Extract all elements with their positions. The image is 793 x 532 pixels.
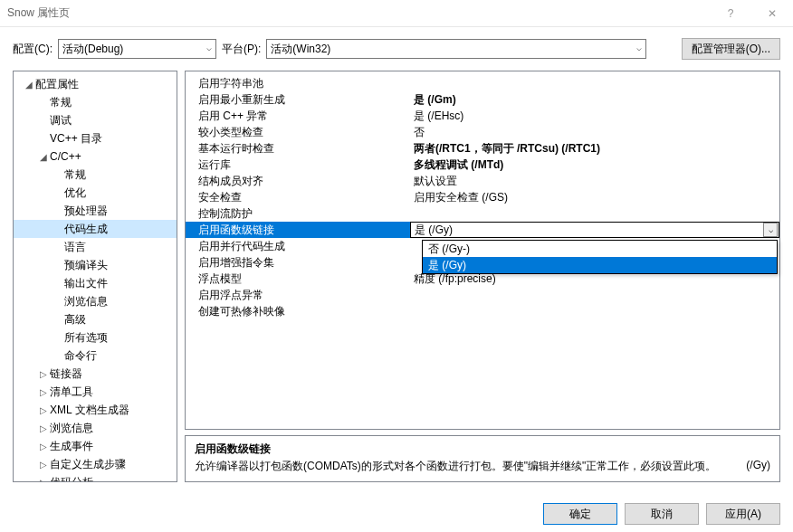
tree-item-label: 代码生成 — [64, 222, 108, 237]
property-value[interactable]: 否 — [410, 125, 779, 140]
property-row[interactable]: 基本运行时检查两者(/RTC1，等同于 /RTCsu) (/RTC1) — [186, 140, 779, 157]
property-value[interactable]: 默认设置 — [410, 174, 779, 189]
expander-closed-icon[interactable]: ▷ — [37, 369, 50, 379]
expander-open-icon[interactable]: ◢ — [37, 152, 50, 162]
tree-item[interactable]: ▷代码分析 — [14, 473, 177, 482]
expander-closed-icon[interactable]: ▷ — [37, 405, 50, 415]
config-value: 活动(Debug) — [62, 42, 123, 57]
tree-item[interactable]: ▷浏览信息 — [14, 419, 177, 437]
property-row[interactable]: 启用字符串池 — [186, 75, 779, 91]
tree-item-label: 常规 — [64, 167, 86, 183]
tree-item[interactable]: ◢C/C++ — [14, 147, 177, 166]
expander-closed-icon[interactable]: ▷ — [37, 423, 50, 433]
platform-value: 活动(Win32) — [271, 42, 330, 57]
tree-item[interactable]: ▷生成事件 — [14, 437, 177, 455]
tree-item-label: 高级 — [64, 312, 86, 328]
config-bar: 配置(C): 活动(Debug) ⌵ 平台(P): 活动(Win32) ⌵ 配置… — [0, 27, 793, 71]
config-manager-button[interactable]: 配置管理器(O)... — [682, 38, 780, 60]
property-label: 运行库 — [186, 157, 410, 173]
tree-item[interactable]: 预处理器 — [14, 202, 177, 220]
platform-select[interactable]: 活动(Win32) ⌵ — [266, 39, 646, 59]
property-value[interactable]: 是 (/EHsc) — [410, 109, 779, 124]
expander-closed-icon[interactable]: ▷ — [37, 387, 50, 397]
expander-closed-icon[interactable]: ▷ — [37, 478, 50, 483]
tree-item[interactable]: ▷XML 文档生成器 — [14, 401, 177, 419]
cancel-button[interactable]: 取消 — [625, 503, 699, 525]
dropdown-option[interactable]: 是 (/Gy) — [423, 257, 777, 273]
property-label: 启用 C++ 异常 — [186, 109, 410, 124]
property-value[interactable]: 启用安全检查 (/GS) — [410, 190, 779, 205]
property-label: 启用函数级链接 — [186, 223, 410, 238]
property-label: 控制流防护 — [186, 206, 410, 222]
property-label: 安全检查 — [186, 190, 410, 205]
help-button[interactable]: ? — [710, 0, 751, 27]
tree-item[interactable]: ▷链接器 — [14, 365, 177, 383]
tree-item-label: 配置属性 — [35, 77, 79, 92]
tree-item-label: 输出文件 — [64, 276, 108, 291]
tree-item[interactable]: 命令行 — [14, 347, 177, 365]
tree-item[interactable]: 代码生成 — [14, 220, 177, 238]
description-switch: (/Gy) — [746, 459, 770, 471]
tree-item[interactable]: 浏览信息 — [14, 292, 177, 310]
property-label: 浮点模型 — [186, 271, 410, 287]
property-label: 结构成员对齐 — [186, 174, 410, 189]
tree-item[interactable]: 优化 — [14, 184, 177, 202]
property-row[interactable]: 运行库多线程调试 (/MTd) — [186, 157, 779, 173]
config-select[interactable]: 活动(Debug) ⌵ — [58, 39, 216, 59]
tree-item-label: 所有选项 — [64, 330, 108, 346]
property-value[interactable]: 多线程调试 (/MTd) — [410, 157, 779, 173]
description-panel: 启用函数级链接 允许编译器以打包函数(COMDATs)的形式对各个函数进行打包。… — [185, 435, 780, 482]
close-button[interactable]: ✕ — [751, 0, 793, 27]
dropdown-option[interactable]: 否 (/Gy-) — [423, 241, 777, 257]
tree-item[interactable]: 预编译头 — [14, 256, 177, 274]
tree-item[interactable]: 输出文件 — [14, 274, 177, 292]
tree-item[interactable]: 常规 — [14, 93, 177, 111]
chevron-down-icon: ⌵ — [206, 43, 212, 52]
property-value[interactable]: 两者(/RTC1，等同于 /RTCsu) (/RTC1) — [410, 141, 779, 157]
property-row[interactable]: 安全检查启用安全检查 (/GS) — [186, 189, 779, 205]
property-row[interactable]: 控制流防护 — [186, 205, 779, 222]
dialog-buttons: 确定 取消 应用(A) — [543, 503, 780, 525]
property-label: 启用增强指令集 — [186, 255, 410, 271]
property-row[interactable]: 较小类型检查否 — [186, 124, 779, 140]
tree-item[interactable]: 常规 — [14, 166, 177, 184]
expander-closed-icon[interactable]: ▷ — [37, 460, 50, 470]
tree-item[interactable]: 语言 — [14, 238, 177, 256]
value-dropdown[interactable]: 否 (/Gy-)是 (/Gy) — [422, 240, 778, 274]
property-row[interactable]: 启用最小重新生成是 (/Gm) — [186, 91, 779, 108]
tree-item[interactable]: ▷自定义生成步骤 — [14, 455, 177, 473]
property-row[interactable]: 启用函数级链接是 (/Gy)⌵ — [186, 222, 779, 238]
tree-item-label: 优化 — [64, 185, 86, 201]
tree-item[interactable]: VC++ 目录 — [14, 129, 177, 147]
property-value[interactable]: 是 (/Gy)⌵ — [410, 222, 779, 238]
property-label: 启用最小重新生成 — [186, 92, 410, 108]
tree-item[interactable]: ◢配置属性 — [14, 75, 177, 93]
tree-item[interactable]: 高级 — [14, 310, 177, 328]
tree-item[interactable]: ▷清单工具 — [14, 383, 177, 401]
property-label: 较小类型检查 — [186, 125, 410, 140]
tree-item-label: 自定义生成步骤 — [50, 457, 126, 472]
tree-item-label: 浏览信息 — [50, 421, 93, 436]
tree-item-label: 生成事件 — [50, 439, 93, 454]
config-label: 配置(C): — [13, 42, 53, 57]
expander-closed-icon[interactable]: ▷ — [37, 442, 50, 451]
property-value[interactable]: 是 (/Gm) — [410, 92, 779, 108]
property-label: 创建可热修补映像 — [186, 304, 410, 319]
property-row[interactable]: 创建可热修补映像 — [186, 303, 779, 319]
tree-item[interactable]: 所有选项 — [14, 328, 177, 347]
property-row[interactable]: 启用 C++ 异常是 (/EHsc) — [186, 108, 779, 124]
expander-open-icon[interactable]: ◢ — [23, 80, 35, 90]
apply-button[interactable]: 应用(A) — [706, 503, 780, 525]
tree-item-label: 调试 — [50, 113, 72, 128]
tree-item[interactable]: 调试 — [14, 111, 177, 129]
property-row[interactable]: 结构成员对齐默认设置 — [186, 173, 779, 189]
ok-button[interactable]: 确定 — [543, 503, 617, 525]
property-label: 基本运行时检查 — [186, 141, 410, 157]
tree-item-label: 清单工具 — [50, 385, 93, 400]
chevron-down-icon[interactable]: ⌵ — [763, 223, 778, 237]
tree-item-label: 预处理器 — [64, 204, 108, 219]
property-label: 启用字符串池 — [186, 76, 410, 91]
nav-tree[interactable]: ◢配置属性常规调试VC++ 目录◢C/C++常规优化预处理器代码生成语言预编译头… — [13, 71, 177, 482]
property-row[interactable]: 启用浮点异常 — [186, 287, 779, 303]
tree-item-label: 预编译头 — [64, 258, 108, 273]
